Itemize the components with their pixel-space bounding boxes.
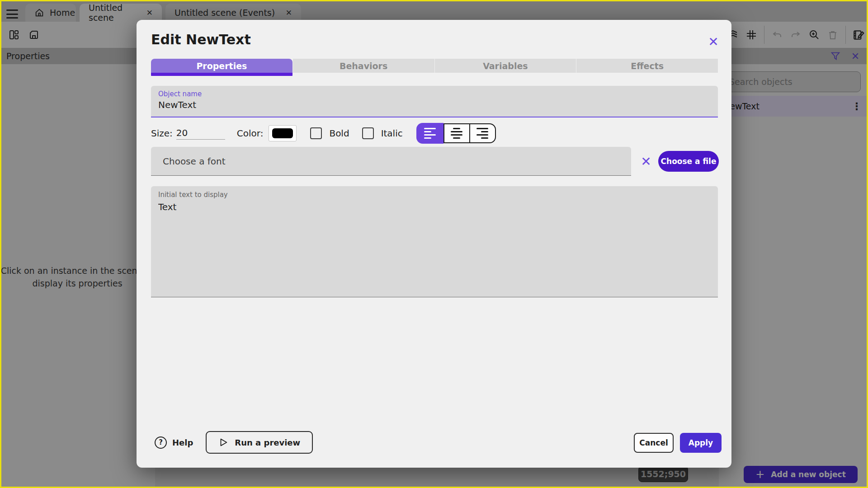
bold-checkbox[interactable] (310, 127, 322, 139)
text-style-row: Size: Color: Bold Italic (151, 123, 718, 144)
tab-effects[interactable]: Effects (576, 59, 718, 73)
help-button[interactable]: ? Help (155, 436, 193, 449)
object-name-field: Object name (151, 86, 718, 117)
color-swatch[interactable] (269, 125, 297, 141)
close-dialog-button[interactable]: ✕ (704, 33, 722, 51)
tab-properties[interactable]: Properties (151, 59, 292, 76)
dialog-title: Edit NewText (151, 32, 251, 47)
italic-checkbox[interactable] (362, 127, 374, 139)
color-label: Color: (237, 128, 264, 139)
text-alignment-group (416, 123, 496, 144)
tab-behaviors[interactable]: Behaviors (292, 59, 434, 73)
initial-text-input[interactable]: Text (158, 202, 710, 292)
bold-label: Bold (329, 128, 349, 139)
align-left-icon (424, 128, 436, 139)
run-preview-button[interactable]: Run a preview (206, 431, 313, 454)
play-icon (218, 437, 228, 447)
align-center-button[interactable] (443, 123, 470, 143)
tab-variables[interactable]: Variables (434, 59, 576, 73)
align-right-button[interactable] (470, 123, 496, 143)
initial-text-label: Initial text to display (158, 191, 228, 199)
help-icon: ? (155, 436, 167, 449)
align-center-icon (451, 128, 462, 139)
clear-icon: ✕ (641, 154, 651, 169)
clear-font-button[interactable]: ✕ (637, 152, 656, 171)
color-chip (272, 128, 293, 138)
italic-label: Italic (381, 128, 403, 139)
align-right-icon (476, 128, 488, 139)
object-name-label: Object name (158, 90, 202, 98)
font-select-field[interactable]: Choose a font (151, 147, 631, 176)
close-icon: ✕ (708, 34, 718, 49)
choose-file-button[interactable]: Choose a file (658, 151, 719, 172)
edit-object-dialog: Edit NewText ✕ Properties Behaviors Vari… (137, 20, 731, 468)
dialog-tabs: Properties Behaviors Variables Effects (151, 59, 718, 76)
object-name-input[interactable] (158, 99, 701, 110)
initial-text-field: Initial text to display Text (151, 186, 718, 297)
size-label: Size: (151, 128, 173, 139)
font-field-placeholder: Choose a font (163, 156, 226, 167)
apply-button[interactable]: Apply (680, 433, 722, 453)
size-input[interactable] (176, 127, 225, 140)
cancel-button[interactable]: Cancel (634, 433, 674, 453)
align-left-button[interactable] (416, 123, 443, 144)
